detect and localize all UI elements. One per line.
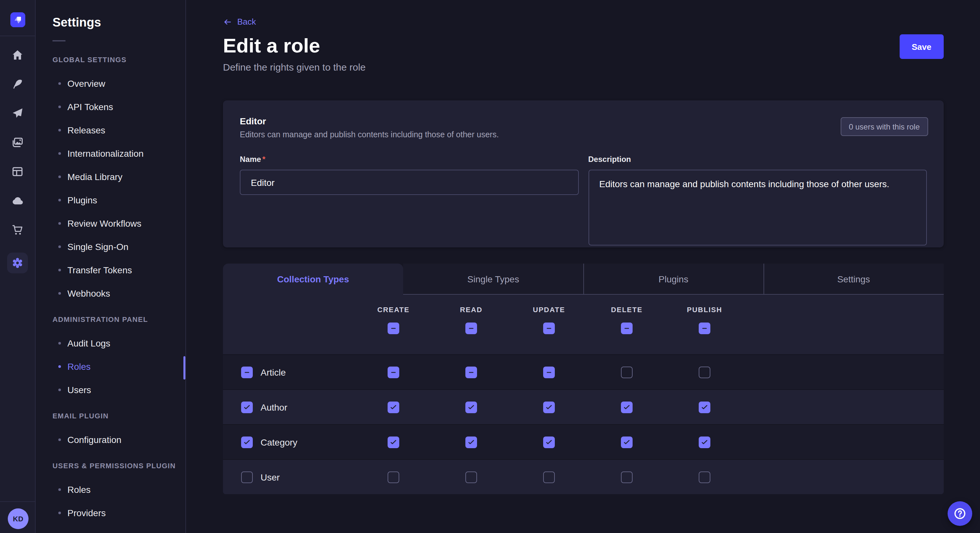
checkbox-row-category[interactable]	[241, 436, 253, 448]
sidebar-item-providers[interactable]: Providers	[36, 501, 185, 525]
arrow-left-icon	[223, 17, 232, 26]
permission-cell	[355, 401, 432, 413]
permission-cell	[355, 366, 432, 378]
checkbox-category-delete[interactable]	[621, 436, 633, 448]
sidebar-item-internationalization[interactable]: Internationalization	[36, 142, 185, 165]
rail-icon-list	[0, 49, 35, 273]
checkbox-user-read[interactable]	[465, 471, 477, 483]
checkbox-category-create[interactable]	[388, 436, 399, 448]
sidebar-item-roles[interactable]: Roles	[36, 355, 185, 378]
description-textarea[interactable]: Editors can manage and publish contents …	[588, 170, 927, 246]
nav-item-layout[interactable]	[11, 165, 24, 178]
checkbox-all-publish[interactable]	[699, 322, 710, 334]
bullet-icon	[58, 246, 61, 248]
checkbox-row-user[interactable]	[241, 471, 253, 483]
checkbox-row-author[interactable]	[241, 401, 253, 413]
back-link[interactable]: Back	[223, 17, 256, 27]
checkbox-row-article[interactable]	[241, 366, 253, 378]
settings-nav: GLOBAL SETTINGSOverviewAPI TokensRelease…	[36, 56, 185, 525]
table-row-article: Article	[223, 354, 944, 389]
sidebar-item-single-sign-on[interactable]: Single Sign-On	[36, 235, 185, 259]
bullet-icon	[58, 152, 61, 155]
bullet-icon	[58, 176, 61, 178]
avatar[interactable]: KD	[8, 508, 29, 529]
cloud-icon	[11, 194, 24, 207]
sidebar-item-releases[interactable]: Releases	[36, 119, 185, 142]
nav-item-media-library[interactable]	[11, 136, 24, 149]
sidebar-item-transfer-tokens[interactable]: Transfer Tokens	[36, 259, 185, 282]
nav-item-cart[interactable]	[11, 224, 24, 236]
tab-plugins[interactable]: Plugins	[583, 263, 764, 295]
checkbox-user-delete[interactable]	[621, 471, 633, 483]
help-button[interactable]	[948, 501, 972, 526]
tab-single-types[interactable]: Single Types	[403, 263, 583, 295]
tab-collection-types[interactable]: Collection Types	[223, 263, 403, 295]
nav-item-list: OverviewAPI TokensReleasesInternationali…	[36, 72, 185, 305]
sidebar-item-webhooks[interactable]: Webhooks	[36, 282, 185, 305]
sidebar-item-overview[interactable]: Overview	[36, 72, 185, 95]
gear-icon	[11, 257, 24, 270]
sidebar-item-label: Media Library	[67, 171, 123, 182]
bullet-icon	[58, 488, 61, 491]
sidebar-item-media-library[interactable]: Media Library	[36, 165, 185, 189]
description-field-group: Description Editors can manage and publi…	[588, 155, 927, 246]
table-row-author: Author	[223, 389, 944, 424]
tab-settings[interactable]: Settings	[764, 263, 944, 295]
checkbox-article-create[interactable]	[388, 366, 399, 378]
sidebar-item-plugins[interactable]: Plugins	[36, 189, 185, 212]
sidebar-item-api-tokens[interactable]: API Tokens	[36, 95, 185, 119]
checkbox-all-read[interactable]	[465, 322, 477, 334]
permissions-tabs: Collection TypesSingle TypesPluginsSetti…	[223, 263, 944, 295]
sidebar-item-label: Plugins	[67, 195, 97, 205]
checkbox-article-read[interactable]	[465, 366, 477, 378]
nav-section-email-plugin: EMAIL PLUGINConfiguration	[36, 412, 185, 451]
checkbox-category-update[interactable]	[543, 436, 555, 448]
checkbox-article-update[interactable]	[543, 366, 555, 378]
nav-section-users-permissions-plugin: USERS & PERMISSIONS PLUGINRolesProviders	[36, 462, 185, 525]
strapi-logo-icon	[10, 12, 25, 27]
checkbox-author-publish[interactable]	[699, 401, 710, 413]
checkbox-article-publish[interactable]	[699, 366, 710, 378]
checkbox-user-create[interactable]	[388, 471, 399, 483]
description-label: Description	[588, 155, 927, 164]
nav-item-home[interactable]	[11, 49, 24, 62]
checkbox-all-delete[interactable]	[621, 322, 633, 334]
checkbox-all-create[interactable]	[388, 322, 399, 334]
sidebar-item-users[interactable]: Users	[36, 378, 185, 401]
checkbox-category-publish[interactable]	[699, 436, 710, 448]
checkbox-user-update[interactable]	[543, 471, 555, 483]
nav-item-gear[interactable]	[7, 252, 28, 273]
sidebar-item-review-workflows[interactable]: Review Workflows	[36, 212, 185, 235]
strapi-admin-app: KD Settings GLOBAL SETTINGSOverviewAPI T…	[0, 0, 980, 533]
checkbox-author-read[interactable]	[465, 401, 477, 413]
role-name-heading: Editor	[240, 116, 927, 126]
name-input[interactable]	[240, 170, 579, 195]
checkbox-category-read[interactable]	[465, 436, 477, 448]
main-content: Back Edit a role Define the rights given…	[186, 0, 980, 533]
sidebar-item-configuration[interactable]: Configuration	[36, 428, 185, 451]
nav-item-paper-plane[interactable]	[11, 107, 24, 120]
row-label: User	[261, 472, 280, 482]
save-button[interactable]: Save	[899, 34, 944, 59]
checkbox-article-delete[interactable]	[621, 366, 633, 378]
checkbox-user-publish[interactable]	[699, 471, 710, 483]
checkbox-author-update[interactable]	[543, 401, 555, 413]
nav-item-feather[interactable]	[11, 78, 24, 90]
bullet-icon	[58, 389, 61, 391]
users-with-role-button[interactable]: 0 users with this role	[840, 117, 928, 136]
sidebar-item-label: API Tokens	[67, 102, 113, 112]
page-subtitle: Define the rights given to the role	[223, 62, 366, 73]
permission-cell	[432, 366, 510, 378]
strapi-logo[interactable]	[10, 12, 25, 27]
sidebar-item-audit-logs[interactable]: Audit Logs	[36, 332, 185, 355]
nav-item-list: Audit LogsRolesUsers	[36, 332, 185, 401]
sidebar-item-roles[interactable]: Roles	[36, 478, 185, 501]
checkbox-author-delete[interactable]	[621, 401, 633, 413]
checkbox-all-update[interactable]	[543, 322, 555, 334]
permission-cell	[510, 436, 588, 448]
checkbox-author-create[interactable]	[388, 401, 399, 413]
nav-section-label: USERS & PERMISSIONS PLUGIN	[36, 462, 185, 470]
bullet-icon	[58, 438, 61, 441]
nav-item-cloud[interactable]	[11, 194, 24, 207]
row-label: Article	[261, 367, 286, 377]
